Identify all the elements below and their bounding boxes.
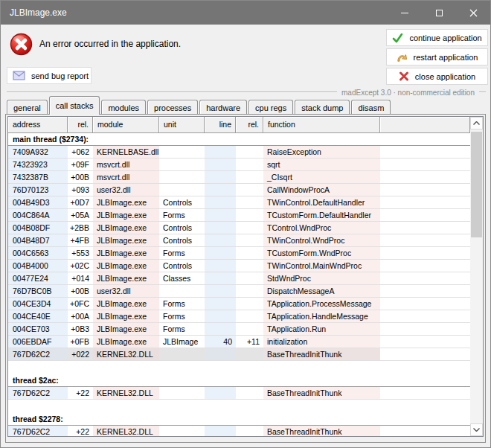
column-header-unit[interactable]: unit xyxy=(159,117,205,133)
cell-address: 76D7BC0B xyxy=(8,285,68,297)
stack-row[interactable]: 7409A932+062KERNELBASE.dllRaiseException xyxy=(8,146,470,159)
cell-rel: +22 xyxy=(68,387,93,399)
cell-address: 004B49D3 xyxy=(8,196,68,208)
cell-module: JLBImage.exe xyxy=(93,272,159,284)
continue-application-button[interactable]: continue application xyxy=(386,29,488,46)
restart-application-button[interactable]: restart application xyxy=(386,48,488,65)
minimize-button[interactable] xyxy=(388,1,422,25)
stack-row[interactable]: 004C6563+553JLBImage.exeFormsTCustomForm… xyxy=(8,247,470,260)
envelope-icon xyxy=(13,71,25,80)
stack-row[interactable]: 004B08DF+2BBJLBImage.exeControlsTControl… xyxy=(8,222,470,234)
cell-unit: Controls xyxy=(159,222,205,234)
stack-row-main: 004CE703+0B3JLBImage.exeFormsTApplicatio… xyxy=(8,323,380,335)
stack-row[interactable]: 74323923+09Fmsvcrt.dllsqrt xyxy=(8,159,470,171)
cell-line xyxy=(205,159,236,170)
cell-line xyxy=(205,184,236,196)
column-header-module[interactable]: module xyxy=(93,117,159,133)
cell-line xyxy=(205,260,236,272)
cell-module: JLBImage.exe xyxy=(93,310,159,322)
tab-hardware[interactable]: hardware xyxy=(199,100,247,115)
cell-address: 767D62C2 xyxy=(8,426,68,436)
cell-unit: Forms xyxy=(159,310,205,322)
column-header-line[interactable]: line xyxy=(205,117,236,133)
cell-function: StdWndProc xyxy=(263,272,380,284)
tab-cpu-regs[interactable]: cpu regs xyxy=(248,100,293,115)
stack-row-main: 767D62C2+22KERNEL32.DLLBaseThreadInitThu… xyxy=(8,426,380,436)
cell-address: 767D62C2 xyxy=(8,387,68,399)
cell-unit xyxy=(159,285,205,297)
cell-function: TApplication.HandleMessage xyxy=(263,310,380,322)
cell-rel: +553 xyxy=(68,247,93,259)
window-title: JLBImage.exe xyxy=(1,1,388,25)
tab-processes[interactable]: processes xyxy=(147,100,198,115)
cell-rel: +062 xyxy=(68,146,93,158)
cell-address: 006EBDAF xyxy=(8,336,68,348)
cell-unit: Controls xyxy=(159,234,205,246)
close-application-button[interactable]: close application xyxy=(386,68,488,85)
stack-row-main: 004B49D3+0D7JLBImage.exeControlsTWinCont… xyxy=(8,196,380,208)
close-icon xyxy=(469,9,478,17)
maximize-icon xyxy=(436,10,443,16)
stack-row-main: 004CE3D4+0FCJLBImage.exeFormsTApplicatio… xyxy=(8,298,380,310)
thread-group-header: main thread ($2734): xyxy=(8,133,470,146)
row-filler xyxy=(380,272,470,284)
stack-row-main: 76D70123+093user32.dllCallWindowProcA xyxy=(8,184,380,196)
row-filler xyxy=(380,336,470,348)
scroll-down-button[interactable] xyxy=(470,423,483,436)
stack-row[interactable]: 004CE3D4+0FCJLBImage.exeFormsTApplicatio… xyxy=(8,298,470,310)
titlebar: JLBImage.exe xyxy=(1,1,490,25)
tab-modules[interactable]: modules xyxy=(101,100,146,115)
cell-rel: +0B3 xyxy=(68,323,93,335)
stack-row-main: 76D7BC0B+00Buser32.dllDispatchMessageA xyxy=(8,285,380,297)
column-header-function[interactable]: function xyxy=(263,117,380,133)
send-bug-report-button[interactable]: send bug report xyxy=(7,67,92,84)
stack-row[interactable]: 004B4000+02CJLBImage.exeControlsTWinCont… xyxy=(8,260,470,272)
stack-row[interactable]: 006EBDAF+0FBJLBImage.exeJLBImage40+11ini… xyxy=(8,336,470,348)
cell-line xyxy=(205,387,236,399)
dialog-body: An error occurred in the application. co… xyxy=(1,25,490,447)
column-header-rel[interactable]: rel. xyxy=(68,117,93,133)
stack-row[interactable]: 00477E24+014JLBImage.exeClassesStdWndPro… xyxy=(8,272,470,285)
cell-rel2 xyxy=(236,222,263,234)
stack-row-main: 767D62C2+22KERNEL32.DLLBaseThreadInitThu… xyxy=(8,387,380,399)
tab-bar: generalcall stacksmodulesprocesseshardwa… xyxy=(7,96,392,115)
cell-rel: +0FC xyxy=(68,298,93,310)
vertical-scrollbar[interactable] xyxy=(470,117,483,436)
cell-rel: +0D7 xyxy=(68,196,93,208)
cell-unit xyxy=(159,146,205,158)
stack-row-main: 004B48D7+4FBJLBImage.exeControlsTWinCont… xyxy=(8,234,380,246)
call-stacks-tab-page: addressrel.moduleunitlinerel.function ma… xyxy=(5,114,486,443)
cell-unit: Forms xyxy=(159,247,205,259)
stack-row[interactable]: 004C864A+05AJLBImage.exeFormsTCustomForm… xyxy=(8,209,470,222)
stack-row[interactable]: 767D62C2+22KERNEL32.DLLBaseThreadInitThu… xyxy=(8,387,470,400)
cell-module: KERNEL32.DLL xyxy=(93,387,159,399)
row-filler xyxy=(380,285,470,297)
cell-function: initialization xyxy=(263,336,380,348)
cell-rel: +02C xyxy=(68,260,93,272)
close-window-button[interactable] xyxy=(456,1,490,25)
tab-stack-dump[interactable]: stack dump xyxy=(295,100,350,115)
stack-row[interactable]: 76D7BC0B+00Buser32.dllDispatchMessageA xyxy=(8,285,470,298)
cell-line xyxy=(205,323,236,335)
stack-row[interactable]: 004B49D3+0D7JLBImage.exeControlsTWinCont… xyxy=(8,196,470,209)
stack-row[interactable]: 004B48D7+4FBJLBImage.exeControlsTWinCont… xyxy=(8,234,470,247)
tab-general[interactable]: general xyxy=(7,100,48,115)
stack-row[interactable]: 767D62C2+022KERNEL32.DLLBaseThreadInitTh… xyxy=(8,348,470,361)
stack-row[interactable]: 76D70123+093user32.dllCallWindowProcA xyxy=(8,184,470,196)
column-header-rel[interactable]: rel. xyxy=(236,117,263,133)
stack-row[interactable]: 767D62C2+22KERNEL32.DLLBaseThreadInitThu… xyxy=(8,426,470,436)
cell-unit xyxy=(159,184,205,196)
scroll-up-button[interactable] xyxy=(470,117,483,129)
tab-disasm[interactable]: disasm xyxy=(351,100,391,115)
cell-line xyxy=(205,234,236,246)
column-header-address[interactable]: address xyxy=(8,117,68,133)
stack-row[interactable]: 7432387B+00Bmsvcrt.dll_CIsqrt xyxy=(8,171,470,184)
stack-row[interactable]: 004CE703+0B3JLBImage.exeFormsTApplicatio… xyxy=(8,323,470,336)
cell-line xyxy=(205,310,236,322)
cell-function: TApplication.ProcessMessage xyxy=(263,298,380,310)
red-x-icon xyxy=(399,71,409,81)
maximize-button[interactable] xyxy=(422,1,456,25)
tab-call-stacks[interactable]: call stacks xyxy=(49,96,100,115)
stack-row[interactable]: 004CE40E+00AJLBImage.exeFormsTApplicatio… xyxy=(8,310,470,323)
scrollbar-thumb[interactable] xyxy=(471,132,482,237)
